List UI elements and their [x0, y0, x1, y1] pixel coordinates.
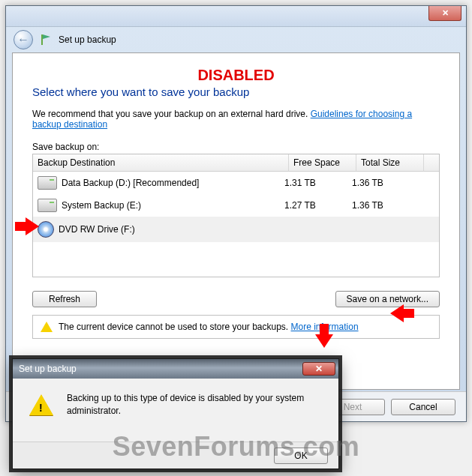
titlebar: ✕	[6, 6, 466, 27]
ok-button[interactable]: OK	[274, 448, 328, 464]
drive-row[interactable]: System Backup (E:) 1.27 TB 1.36 TB	[33, 194, 439, 217]
error-dialog: Set up backup ✕ Backing up to this type …	[12, 358, 339, 469]
drive-row[interactable]: Data Backup (D:) [Recommended] 1.31 TB 1…	[33, 172, 439, 194]
drive-name: Data Backup (D:) [Recommended]	[62, 178, 199, 188]
drive-table: Backup Destination Free Space Total Size…	[32, 154, 440, 277]
drive-table-body: Data Backup (D:) [Recommended] 1.31 TB 1…	[33, 172, 439, 277]
save-network-button[interactable]: Save on a network...	[335, 291, 440, 307]
back-button[interactable]: ←	[14, 30, 33, 49]
annotation-arrow-icon	[390, 304, 404, 322]
annotation-arrow-icon	[315, 334, 333, 348]
drive-free: 1.31 TB	[284, 178, 352, 188]
drive-free: 1.27 TB	[284, 200, 352, 211]
drive-row-selected[interactable]: DVD RW Drive (F:)	[33, 217, 439, 242]
dialog-footer: OK	[13, 442, 338, 469]
warning-text: The current device cannot be used to sto…	[59, 322, 291, 332]
nav-row: ← Set up backup	[6, 27, 466, 52]
drive-name: DVD RW Drive (F:)	[59, 224, 135, 235]
dvd-icon	[38, 221, 54, 238]
annotation-arrow-icon	[26, 217, 39, 235]
svg-rect-0	[41, 34, 43, 45]
warning-icon	[29, 394, 53, 415]
dialog-message: Backing up to this type of device is dis…	[67, 392, 322, 418]
save-on-label: Save backup on:	[32, 142, 440, 152]
drive-size: 1.36 TB	[352, 178, 419, 188]
dialog-titlebar: Set up backup ✕	[13, 359, 338, 379]
warning-icon	[41, 322, 53, 332]
col-gap	[424, 154, 439, 172]
close-button[interactable]: ✕	[428, 6, 461, 21]
cancel-button[interactable]: Cancel	[391, 399, 455, 415]
hdd-icon	[38, 199, 57, 212]
hdd-icon	[38, 176, 57, 190]
button-row: Refresh Save on a network...	[32, 291, 440, 307]
col-destination[interactable]: Backup Destination	[33, 154, 289, 172]
dialog-close-button[interactable]: ✕	[302, 362, 335, 376]
content-panel: DISABLED Select where you want to save y…	[12, 52, 460, 390]
drive-size: 1.36 TB	[352, 200, 419, 211]
dialog-body: Backing up to this type of device is dis…	[13, 379, 338, 421]
recommend-prefix: We recommend that you save your backup o…	[32, 109, 311, 119]
warning-box: The current device cannot be used to sto…	[32, 315, 440, 339]
backup-flag-icon	[39, 33, 53, 46]
nav-title: Set up backup	[59, 34, 116, 45]
col-free-space[interactable]: Free Space	[289, 154, 356, 172]
dialog-title: Set up backup	[19, 364, 77, 374]
drive-table-header: Backup Destination Free Space Total Size	[33, 154, 439, 172]
disabled-stamp: DISABLED	[32, 67, 440, 84]
warning-message: The current device cannot be used to sto…	[59, 322, 359, 332]
col-total-size[interactable]: Total Size	[356, 154, 424, 172]
page-heading: Select where you want to save your backu…	[32, 85, 440, 98]
refresh-button[interactable]: Refresh	[32, 291, 97, 307]
drive-name: System Backup (E:)	[62, 200, 141, 211]
recommend-text: We recommend that you save your backup o…	[32, 109, 440, 130]
